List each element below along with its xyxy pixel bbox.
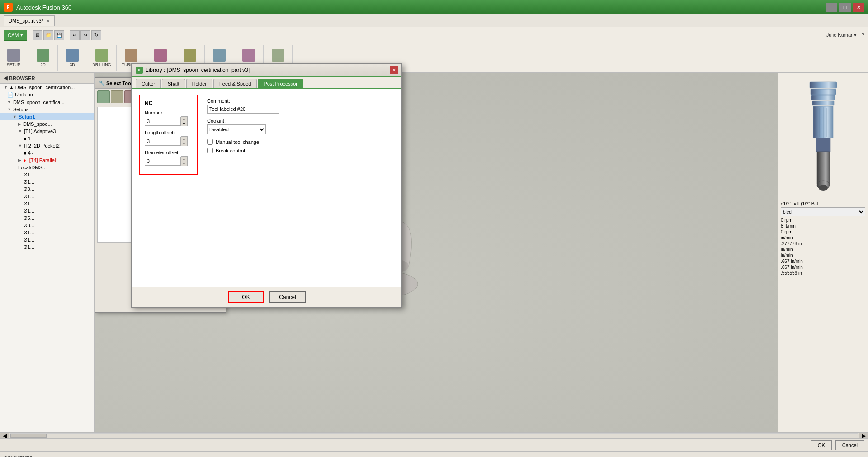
nc-length-offset-label: Length offset: (145, 130, 193, 135)
tool-icon-item[interactable] (97, 90, 110, 103)
browser-item[interactable]: Ø1... (0, 236, 94, 243)
setup-toolbar-btn[interactable]: SETUP (2, 45, 25, 71)
browser-item-label: ■ 1 - (24, 136, 34, 141)
scroll-right-button[interactable]: ▶ (859, 433, 868, 438)
maximize-button[interactable]: □ (839, 3, 851, 12)
browser-item-label: Local/DMS... (18, 165, 47, 170)
browser-item[interactable]: ▼ DMS_spoon_certifica... (0, 99, 94, 106)
browser-item[interactable]: Ø5... (0, 214, 94, 222)
2d-toolbar-btn[interactable]: 2D (31, 45, 55, 71)
browser-item[interactable]: ■ 1 - (0, 135, 94, 142)
right-panel-field: bled (781, 207, 865, 216)
browser-item[interactable]: Ø3... (0, 186, 94, 193)
inspect-icon (184, 49, 196, 62)
right-panel-select[interactable]: bled (781, 207, 865, 216)
cam-dropdown-button[interactable]: CAM ▾ (4, 30, 27, 41)
toolbar-group-drilling: DRILLING (90, 45, 117, 71)
tab-shaft[interactable]: Shaft (162, 79, 185, 88)
right-field-feed3: in/min (781, 253, 865, 258)
bottom-ok-cancel: OK Cancel (811, 440, 864, 450)
svg-rect-3 (811, 89, 836, 95)
browser-item-label: ■ 4 - (24, 150, 34, 156)
redo-button[interactable]: ↻ (91, 30, 101, 40)
tab-feed-speed[interactable]: Feed & Speed (213, 79, 257, 88)
tab-holder[interactable]: Holder (186, 79, 212, 88)
browser-item[interactable]: ▼ [T1] Adaptive3 (0, 128, 94, 135)
browser-item[interactable]: Ø3... (0, 222, 94, 229)
break-control-label[interactable]: Break control (216, 148, 245, 153)
new-button[interactable]: ⊞ (33, 30, 42, 40)
library-cancel-button[interactable]: Cancel (269, 291, 306, 303)
open-button[interactable]: 📁 (43, 30, 53, 40)
manual-tool-change-label[interactable]: Manual tool change (216, 139, 259, 145)
help-button[interactable]: ? (862, 32, 864, 38)
library-close-button[interactable]: ✕ (390, 66, 398, 74)
horizontal-scrollbar[interactable]: ◀ ▶ (0, 432, 868, 438)
browser-item[interactable]: ▼ [T2] 2D Pocket2 (0, 142, 94, 149)
browser-item-setup1[interactable]: ▼ Setup1 (0, 113, 94, 120)
browser-item-label: DMS_spoon_certifica... (13, 100, 65, 105)
undo-button[interactable]: ↩ (70, 30, 80, 40)
nc-diameter-offset-input[interactable] (145, 157, 181, 166)
browser-collapse-icon[interactable]: ◀ (4, 75, 7, 81)
bottom-cancel-button[interactable]: Cancel (835, 440, 864, 450)
minimize-button[interactable]: — (826, 3, 837, 12)
lib-comment-input[interactable] (207, 105, 279, 114)
manual-tool-change-checkbox[interactable] (207, 139, 213, 145)
nc-length-up-button[interactable]: ▲ (181, 137, 187, 141)
nc-length-offset-row: ▲ ▼ (145, 136, 193, 146)
library-ok-button[interactable]: OK (228, 291, 264, 303)
3d-toolbar-btn[interactable]: 3D (61, 45, 84, 71)
browser-item[interactable]: ▼ ▲ DMS_spoon_certification... (0, 84, 94, 91)
browser-item[interactable]: 📄 Units: in (0, 91, 94, 99)
bottom-ok-button[interactable]: OK (811, 440, 832, 450)
lib-coolant-select[interactable]: Disabled Flood Mist Air Through (207, 124, 266, 134)
browser-item-label: Setup1 (19, 114, 35, 119)
save-button[interactable]: 💾 (54, 30, 64, 40)
app-icon: F (4, 3, 13, 12)
browser-item[interactable]: Ø1... (0, 229, 94, 236)
tab-cutter[interactable]: Cutter (136, 79, 161, 88)
scroll-track[interactable] (10, 433, 858, 438)
browser-item[interactable]: Ø1... (0, 193, 94, 200)
browser-sidebar: ◀ BROWSER ▼ ▲ DMS_spoon_certification...… (0, 73, 95, 432)
browser-item[interactable]: Local/DMS... (0, 164, 94, 171)
tab-active[interactable]: DMS_sp...rt v3* ✕ (4, 15, 55, 26)
close-button[interactable]: ✕ (853, 3, 864, 12)
browser-item[interactable]: ▼ Setups (0, 106, 94, 113)
toolbar-group-setup: SETUP (2, 45, 28, 71)
drilling-icon (95, 49, 108, 62)
scroll-left-button[interactable]: ◀ (0, 433, 9, 438)
browser-item-label: Ø3... (24, 186, 34, 192)
break-control-checkbox[interactable] (207, 148, 213, 153)
browser-item[interactable]: Ø1... (0, 178, 94, 186)
browser-item[interactable]: Ø1... (0, 243, 94, 251)
folder-icon: ▲ (9, 85, 14, 90)
browser-item-label: Ø1... (24, 230, 34, 235)
tab-post-processor[interactable]: Post Processor (258, 79, 303, 88)
nc-length-offset-spin: ▲ ▼ (181, 136, 188, 146)
scroll-thumb[interactable] (10, 434, 47, 438)
library-title-icon: F (136, 67, 143, 74)
error-icon: ● (23, 157, 26, 163)
nc-number-input[interactable] (145, 117, 181, 126)
browser-item[interactable]: Ø1... (0, 200, 94, 207)
undo2-button[interactable]: ↪ (80, 30, 90, 40)
browser-item[interactable]: Ø1... (0, 207, 94, 214)
comments-bar: COMMENTS (0, 451, 868, 457)
nc-length-down-button[interactable]: ▼ (181, 141, 187, 146)
drilling-toolbar-btn[interactable]: DRILLING (90, 45, 113, 71)
browser-item[interactable]: ■ 4 - (0, 149, 94, 157)
browser-item[interactable]: Ø1... (0, 171, 94, 178)
nc-diameter-down-button[interactable]: ▼ (181, 161, 187, 166)
nc-number-down-button[interactable]: ▼ (181, 121, 187, 126)
nc-diameter-up-button[interactable]: ▲ (181, 157, 187, 161)
nc-number-up-button[interactable]: ▲ (181, 117, 187, 121)
nc-length-offset-input[interactable] (145, 137, 181, 146)
tab-close-icon[interactable]: ✕ (46, 19, 50, 24)
right-field-surface: 8 ft/min (781, 224, 865, 228)
tool-icon-item[interactable] (111, 90, 123, 103)
browser-item-parallel[interactable]: ▶ ● [T4] Parallel1 (0, 157, 94, 164)
browser-item[interactable]: ▶ DMS_spoo... (0, 120, 94, 128)
nc-number-label: Number: (145, 110, 193, 115)
